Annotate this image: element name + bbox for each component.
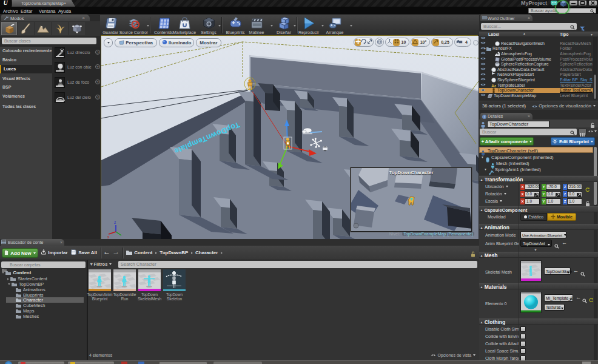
svg-text:Aa: Aa	[491, 84, 496, 88]
svg-text:z: z	[114, 220, 116, 224]
